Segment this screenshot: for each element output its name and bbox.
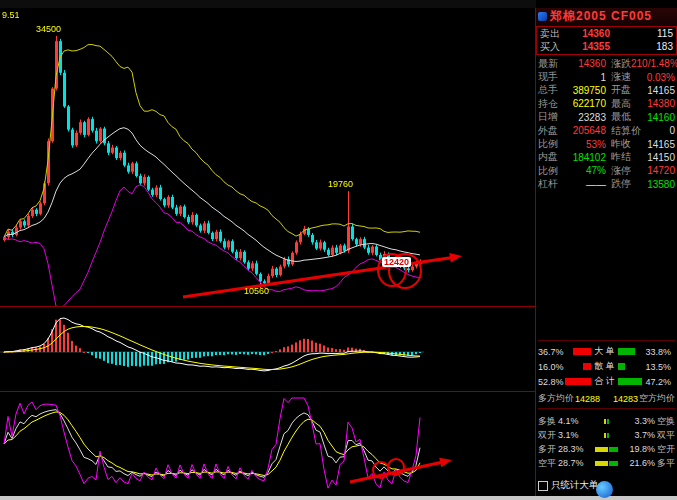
pos-label: 空平 bbox=[538, 457, 558, 470]
quote-label: 涨停 bbox=[611, 164, 631, 178]
long-bar bbox=[573, 348, 591, 355]
quote-label: 比例 bbox=[538, 164, 564, 178]
pos-value: 19.8% bbox=[625, 444, 655, 454]
pos-value: 21.6% bbox=[625, 458, 655, 468]
app-logo-icon bbox=[596, 481, 613, 498]
quote-value: 14165 bbox=[631, 85, 675, 96]
quote-value: 14720 bbox=[631, 165, 675, 176]
bid-qty: 183 bbox=[610, 41, 673, 52]
quote-label: 跌停 bbox=[611, 177, 631, 191]
quote-label: 昨结 bbox=[611, 150, 631, 164]
quote-value: 53% bbox=[564, 139, 606, 150]
quote-label: 内盘 bbox=[538, 150, 564, 164]
ask-price: 14360 bbox=[566, 28, 610, 39]
pos-bar-short bbox=[607, 419, 609, 424]
pos-bar-long bbox=[595, 461, 608, 466]
quote-value: 205648 bbox=[564, 125, 606, 136]
quote-label: 最低 bbox=[611, 110, 631, 124]
pos-bar-long bbox=[604, 419, 606, 424]
quote-value: 14360 bbox=[564, 58, 606, 69]
quote-value: 0.03% bbox=[631, 72, 675, 83]
long-bar bbox=[565, 378, 591, 385]
ask-qty: 115 bbox=[610, 28, 673, 39]
price-label-low: 10560 bbox=[244, 286, 269, 296]
bid-price: 14355 bbox=[566, 41, 610, 52]
price-label-spike: 19760 bbox=[328, 179, 353, 189]
main-candlestick-chart[interactable] bbox=[0, 8, 535, 306]
ask-row[interactable]: 卖出 14360 115 bbox=[537, 27, 676, 40]
quote-value: 184102 bbox=[564, 152, 606, 163]
price-label-peak: 34500 bbox=[36, 24, 61, 34]
filter-option[interactable]: 只统计大单 bbox=[538, 479, 599, 492]
pos-value: 3.3% bbox=[625, 416, 655, 426]
pos-label: 空换 bbox=[655, 415, 675, 428]
pos-bar-long bbox=[595, 447, 608, 452]
quote-value: 14380 bbox=[631, 98, 675, 109]
filter-checkbox-label: 只统计大单 bbox=[551, 479, 599, 492]
short-pct: 47.2% bbox=[645, 377, 671, 387]
stat-label: 合 计 bbox=[591, 375, 618, 388]
macd-indicator-panel[interactable] bbox=[0, 307, 535, 391]
filter-checkbox[interactable] bbox=[538, 481, 548, 491]
quote-value: 13580 bbox=[631, 179, 675, 190]
quote-label: 总手 bbox=[538, 83, 564, 97]
quote-label: 结算价 bbox=[611, 124, 641, 138]
short-pct: 33.8% bbox=[645, 347, 671, 357]
pos-value: 28.3% bbox=[558, 444, 588, 454]
stat-label: 散 单 bbox=[591, 360, 618, 373]
quote-label: 比例 bbox=[538, 137, 564, 151]
quote-label: 外盘 bbox=[538, 124, 564, 138]
position-change-stats: 多换 4.1% 3.3% 空换 双开 3.1% 3.7% 双平 多开 28.3%… bbox=[536, 414, 677, 470]
position-row: 双开 3.1% 3.7% 双平 bbox=[536, 428, 677, 442]
quote-value: 1 bbox=[564, 72, 606, 83]
instrument-header: 郑棉2005 CF005 bbox=[536, 8, 677, 25]
quote-panel: 郑棉2005 CF005 卖出 14360 115 买入 14355 183 最… bbox=[536, 0, 677, 496]
quote-row: 日增 23283 最低 14160 bbox=[536, 111, 677, 124]
long-pct: 36.7% bbox=[538, 347, 564, 357]
quote-value: 14150 bbox=[631, 152, 675, 163]
long-bar bbox=[583, 363, 591, 370]
order-size-stats: 36.7% 大 单 33.8% 16.0% 散 单 13.5% 52.8% 合 … bbox=[536, 344, 677, 389]
quote-row: 杠杆 —— 跌停 13580 bbox=[536, 178, 677, 191]
quote-label: 现手 bbox=[538, 70, 564, 84]
quote-label: 涨速 bbox=[611, 70, 631, 84]
short-bar bbox=[618, 363, 625, 370]
quote-label: 持仓 bbox=[538, 97, 564, 111]
quote-row: 外盘 205648 结算价 0 bbox=[536, 124, 677, 137]
stat-label: 大 单 bbox=[591, 345, 618, 358]
instrument-icon bbox=[538, 12, 547, 21]
long-pct: 52.8% bbox=[538, 377, 564, 387]
quote-label: 昨收 bbox=[611, 137, 631, 151]
quote-row: 总手 389750 开盘 14165 bbox=[536, 84, 677, 97]
quote-label: 开盘 bbox=[611, 83, 631, 97]
pos-label: 多平 bbox=[655, 457, 675, 470]
pos-label: 多换 bbox=[538, 415, 558, 428]
bid-label: 买入 bbox=[540, 40, 566, 54]
pos-label: 多开 bbox=[538, 443, 558, 456]
pos-bar-short bbox=[607, 433, 609, 438]
quote-value: 47% bbox=[564, 165, 606, 176]
quote-row: 最新 14360 涨跌 210/1.48% bbox=[536, 57, 677, 70]
stat-row-small-orders: 16.0% 散 单 13.5% bbox=[536, 359, 677, 374]
section-divider bbox=[538, 408, 675, 409]
stat-row-total: 52.8% 合 计 47.2% bbox=[536, 374, 677, 389]
instrument-title: 郑棉2005 CF005 bbox=[550, 8, 652, 25]
quote-value: 23283 bbox=[564, 112, 606, 123]
quote-value: —— bbox=[564, 179, 606, 190]
quote-row: 比例 53% 昨收 14165 bbox=[536, 137, 677, 150]
long-avg-value: 14288 bbox=[575, 394, 600, 404]
short-bar bbox=[618, 348, 635, 355]
quote-value: 622170 bbox=[564, 98, 606, 109]
quote-grid: 最新 14360 涨跌 210/1.48% 现手 1 涨速 0.03% 总手 3… bbox=[536, 57, 677, 191]
bid-ask-box: 卖出 14360 115 买入 14355 183 bbox=[536, 26, 677, 55]
corner-value-label: 9.51 bbox=[2, 10, 20, 20]
quote-value: 14165 bbox=[631, 139, 675, 150]
kdj-indicator-panel[interactable] bbox=[0, 392, 535, 496]
avg-price-row: 多方均价 14288 14283 空方均价 bbox=[536, 392, 677, 405]
quote-value: 210/1.48% bbox=[631, 58, 677, 69]
pos-value: 3.7% bbox=[625, 430, 655, 440]
position-row: 多开 28.3% 19.8% 空开 bbox=[536, 442, 677, 456]
bid-row[interactable]: 买入 14355 183 bbox=[537, 40, 676, 53]
quote-label: 最高 bbox=[611, 97, 631, 111]
trading-terminal-window: 9.51 34500 19760 10560 12420 郑棉2005 CF00… bbox=[0, 0, 677, 500]
